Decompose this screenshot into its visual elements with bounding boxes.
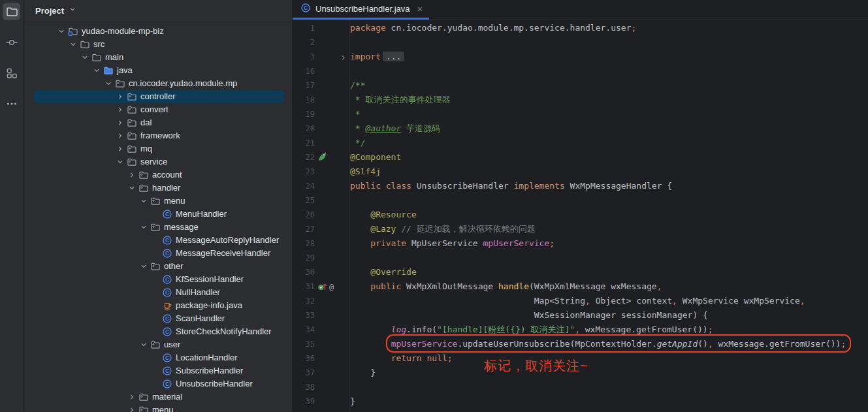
line-number[interactable]: 32 <box>293 294 315 308</box>
tree-item-menuhandler[interactable]: CMenuHandler <box>34 208 284 221</box>
chevron-down-icon[interactable] <box>138 261 149 272</box>
code-line-1[interactable]: 1package cn.iocoder.yudao.module.mp.serv… <box>293 21 868 35</box>
code-text[interactable]: @Override <box>349 265 417 279</box>
line-number[interactable]: 3 <box>293 50 315 64</box>
line-number[interactable]: 31 <box>293 279 315 294</box>
line-number[interactable]: 38 <box>293 380 315 394</box>
tree-item-java[interactable]: java <box>34 64 284 77</box>
tree-item-handler[interactable]: handler <box>34 182 284 195</box>
code-line-22[interactable]: 22@Component <box>293 150 868 165</box>
code-line-30[interactable]: 30 @Override <box>293 265 868 279</box>
code-text[interactable]: * <box>349 107 361 121</box>
line-number[interactable]: 20 <box>293 121 315 136</box>
code-line-26[interactable]: 26 @Resource <box>293 208 868 222</box>
tree-item-messagereceivehandler[interactable]: CMessageReceiveHandler <box>34 247 284 260</box>
code-text[interactable]: @Slf4j <box>349 165 381 179</box>
code-line-21[interactable]: 21 */ <box>293 136 868 150</box>
line-number[interactable]: 22 <box>293 150 315 165</box>
chevron-right-icon[interactable] <box>115 118 125 128</box>
tree-item-service[interactable]: service <box>34 155 284 168</box>
line-number[interactable]: 21 <box>293 136 315 150</box>
line-number[interactable]: 25 <box>293 193 315 208</box>
code-text[interactable]: import... <box>349 50 404 64</box>
chevron-down-icon[interactable] <box>138 222 149 232</box>
code-line-3[interactable]: 3import... <box>293 50 868 64</box>
code-text[interactable]: } <box>349 366 376 380</box>
code-line-32[interactable]: 32 Map<String, Object> context, WxMpServ… <box>293 294 868 308</box>
line-number[interactable]: 17 <box>293 78 315 93</box>
code-line-27[interactable]: 27 @Lazy // 延迟加载，解决循环依赖的问题 <box>293 222 868 236</box>
chevron-down-icon[interactable] <box>138 340 149 350</box>
tree-item-main[interactable]: main <box>34 51 284 64</box>
code-line-38[interactable]: 38 <box>293 380 868 394</box>
code-line-28[interactable]: 28 private MpUserService mpUserService; <box>293 236 868 251</box>
code-text[interactable]: * @author 芋道源码 <box>349 121 440 136</box>
code-line-2[interactable]: 2 <box>293 35 868 50</box>
chevron-right-icon[interactable] <box>115 104 125 115</box>
commit-icon[interactable] <box>3 33 20 51</box>
line-number[interactable]: 26 <box>293 208 315 222</box>
tree-item-locationhandler[interactable]: CLocationHandler <box>34 351 284 364</box>
line-number[interactable]: 37 <box>293 366 315 380</box>
code-text[interactable]: log.info("[handle][粉丝({}) 取消关注]", wxMess… <box>349 323 713 337</box>
chevron-down-icon[interactable] <box>127 183 137 193</box>
code-editor[interactable]: 1package cn.iocoder.yudao.module.mp.serv… <box>293 20 868 412</box>
chevron-right-icon[interactable] <box>127 392 137 402</box>
more-icon[interactable] <box>3 95 20 112</box>
tree-item-package-info-java[interactable]: package-info.java <box>34 299 284 312</box>
tree-item-subscribehandler[interactable]: CSubscribeHandler <box>34 364 284 377</box>
code-line-34[interactable]: 34 log.info("[handle][粉丝({}) 取消关注]", wxM… <box>293 323 868 337</box>
chevron-right-icon[interactable] <box>115 131 125 141</box>
line-number[interactable]: 39 <box>293 394 315 409</box>
tree-item-controller[interactable]: controller <box>34 90 284 103</box>
chevron-down-icon[interactable] <box>56 26 67 37</box>
chevron-down-icon[interactable] <box>138 196 149 206</box>
code-line-25[interactable]: 25 <box>293 193 868 208</box>
code-line-20[interactable]: 20 * @author 芋道源码 <box>293 121 868 136</box>
line-number[interactable]: 16 <box>293 64 315 78</box>
code-text[interactable]: public class UnsubscribeHandler implemen… <box>349 179 672 193</box>
tree-item-cn-iocoder-yudao-module-mp[interactable]: cn.iocoder.yudao.module.mp <box>34 77 284 90</box>
code-line-33[interactable]: 33 WxSessionManager sessionManager) { <box>293 308 868 323</box>
line-number[interactable]: 30 <box>293 265 315 279</box>
line-number[interactable]: 18 <box>293 93 315 107</box>
chevron-right-icon[interactable] <box>127 170 137 180</box>
line-number[interactable]: 19 <box>293 107 315 121</box>
line-number[interactable]: 23 <box>293 165 315 179</box>
code-text[interactable]: return null; <box>349 351 453 366</box>
code-text[interactable]: package cn.iocoder.yudao.module.mp.servi… <box>349 21 636 35</box>
tree-item-message[interactable]: message <box>34 221 284 234</box>
tree-item-menu[interactable]: menu <box>34 195 284 208</box>
line-number[interactable]: 28 <box>293 236 315 251</box>
tree-item-kfsessionhandler[interactable]: CKfSessionHandler <box>34 273 284 286</box>
tab-unsubscribehandler[interactable]: C UnsubscribeHandler.java × <box>293 0 429 20</box>
code-text[interactable]: } <box>349 394 355 409</box>
code-text[interactable]: @Component <box>349 150 401 165</box>
code-text[interactable]: @Resource <box>349 208 417 222</box>
code-line-35[interactable]: 35 mpUserService.updateUserUnsubscribe(M… <box>293 337 868 351</box>
tree-item-framework[interactable]: framework <box>34 129 284 142</box>
chevron-down-icon[interactable] <box>115 157 125 167</box>
tree-item-user[interactable]: user <box>34 338 284 351</box>
project-folder-icon[interactable] <box>3 3 20 20</box>
code-line-24[interactable]: 24public class UnsubscribeHandler implem… <box>293 179 868 193</box>
tree-item-nullhandler[interactable]: CNullHandler <box>34 286 284 299</box>
code-line-19[interactable]: 19 * <box>293 107 868 121</box>
code-text[interactable]: WxSessionManager sessionManager) { <box>349 308 708 323</box>
line-number[interactable]: 2 <box>293 35 315 50</box>
tree-item-scanhandler[interactable]: CScanHandler <box>34 312 284 325</box>
chevron-down-icon[interactable] <box>80 52 90 63</box>
line-number[interactable]: 29 <box>293 251 315 265</box>
tree-item-menu[interactable]: menu <box>34 404 284 412</box>
line-number[interactable]: 24 <box>293 179 315 193</box>
code-line-31[interactable]: 31@ public WxMpXmlOutMessage handle(WxMp… <box>293 279 868 294</box>
chevron-down-icon[interactable] <box>103 78 114 89</box>
chevron-right-icon[interactable] <box>115 144 125 154</box>
code-line-16[interactable]: 16 <box>293 64 868 78</box>
code-text[interactable]: /** <box>349 78 365 93</box>
tree-item-storechecknotifyhandler[interactable]: CStoreCheckNotifyHandler <box>34 325 284 338</box>
tree-item-messageautoreplyhandler[interactable]: CMessageAutoReplyHandler <box>34 234 284 247</box>
line-number[interactable]: 1 <box>293 21 315 35</box>
tree-item-account[interactable]: account <box>34 168 284 182</box>
code-line-39[interactable]: 39} <box>293 394 868 409</box>
